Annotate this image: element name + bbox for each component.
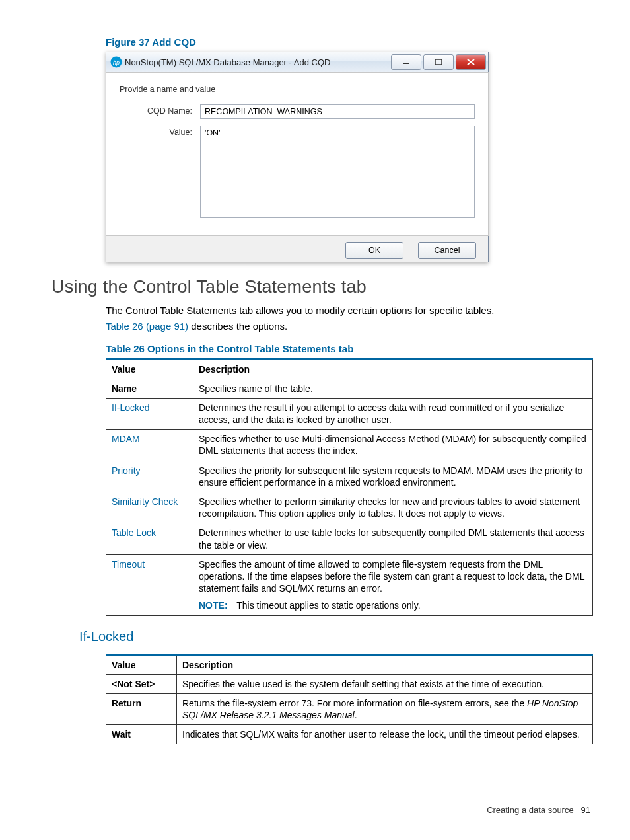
table-row: Name Specifies name of the table. <box>106 379 593 398</box>
dialog-body: Provide a name and value CQD Name: Value… <box>106 72 489 236</box>
if-locked-table: Value Description <Not Set> Specifies th… <box>106 654 593 745</box>
cqd-name-input[interactable] <box>200 104 475 119</box>
table-row: Priority Specifies the priority for subs… <box>106 461 593 492</box>
dialog-titlebar: hp NonStop(TM) SQL/MX Database Manager -… <box>106 52 488 73</box>
cell-desc: Specifies the amount of time allowed to … <box>193 554 593 615</box>
dialog-title: NonStop(TM) SQL/MX Database Manager - Ad… <box>125 57 391 67</box>
figure-caption: Figure 37 Add CQD <box>106 36 590 48</box>
cell-desc: Specifies the value used is the system d… <box>177 674 593 693</box>
cell-desc: Determines whether to use table locks fo… <box>193 523 593 554</box>
cqd-name-label: CQD Name: <box>120 104 200 119</box>
close-button[interactable] <box>456 54 486 70</box>
cell-name[interactable]: Priority <box>106 461 193 492</box>
maximize-button[interactable] <box>423 54 454 70</box>
page-footer: Creating a data source 91 <box>487 805 590 815</box>
value-textarea[interactable]: 'ON' <box>200 126 475 218</box>
intro-tail: describes the options. <box>188 321 287 332</box>
table-row: If-Locked Determines the result if you a… <box>106 398 593 429</box>
note-label: NOTE: <box>199 600 228 611</box>
hp-logo-icon: hp <box>110 56 122 68</box>
table26: Value Description Name Specifies name of… <box>106 358 593 616</box>
table-row: Wait Indicates that SQL/MX waits for ano… <box>106 725 593 744</box>
ok-button[interactable]: OK <box>345 242 403 259</box>
cell-desc: Specifies name of the table. <box>193 379 593 398</box>
note-text: This timeout applies to static operation… <box>236 600 420 611</box>
intro-paragraph-1: The Control Table Statements tab allows … <box>106 304 590 317</box>
cell-desc: Specifies the priority for subsequent fi… <box>193 461 593 492</box>
cell-name: Name <box>106 379 193 398</box>
table26-link[interactable]: Table 26 (page 91) <box>106 321 188 332</box>
svg-text:hp: hp <box>113 59 120 66</box>
cell-name[interactable]: Table Lock <box>106 523 193 554</box>
dialog-subtitle: Provide a name and value <box>120 85 475 94</box>
if-locked-heading: If-Locked <box>79 629 590 644</box>
cell-desc: Specifies whether to perform similarity … <box>193 492 593 523</box>
cell-desc: Specifies whether to use Multi-dimension… <box>193 430 593 461</box>
iflocked-head-desc: Description <box>177 654 593 674</box>
cell-name: Wait <box>106 725 177 744</box>
table-row: MDAM Specifies whether to use Multi-dime… <box>106 430 593 461</box>
table26-head-desc: Description <box>193 359 593 379</box>
section-heading: Using the Control Table Statements tab <box>52 277 590 297</box>
value-label: Value: <box>120 126 200 218</box>
table-row: Similarity Check Specifies whether to pe… <box>106 492 593 523</box>
iflocked-head-value: Value <box>106 654 177 674</box>
table-row: <Not Set> Specifies the value used is th… <box>106 674 593 693</box>
table26-head-value: Value <box>106 359 193 379</box>
cell-name[interactable]: Similarity Check <box>106 492 193 523</box>
cancel-button[interactable]: Cancel <box>418 242 476 259</box>
cell-name: Return <box>106 693 177 724</box>
svg-rect-3 <box>435 59 442 65</box>
table26-caption: Table 26 Options in the Control Table St… <box>106 343 590 354</box>
cell-desc: Indicates that SQL/MX waits for another … <box>177 725 593 744</box>
minimize-button[interactable] <box>391 54 421 70</box>
intro-paragraph-2: Table 26 (page 91) describes the options… <box>106 320 590 333</box>
table-row: Table Lock Determines whether to use tab… <box>106 523 593 554</box>
add-cqd-dialog: hp NonStop(TM) SQL/MX Database Manager -… <box>106 52 489 262</box>
cell-desc: Determines the result if you attempt to … <box>193 398 593 429</box>
cell-desc: Returns the file-system error 73. For mo… <box>177 693 593 724</box>
table-row: Timeout Specifies the amount of time all… <box>106 554 593 615</box>
cell-name[interactable]: MDAM <box>106 430 193 461</box>
cell-name[interactable]: Timeout <box>106 554 193 615</box>
cell-name[interactable]: If-Locked <box>106 398 193 429</box>
cell-name: <Not Set> <box>106 674 177 693</box>
table-row: Return Returns the file-system error 73.… <box>106 693 593 724</box>
